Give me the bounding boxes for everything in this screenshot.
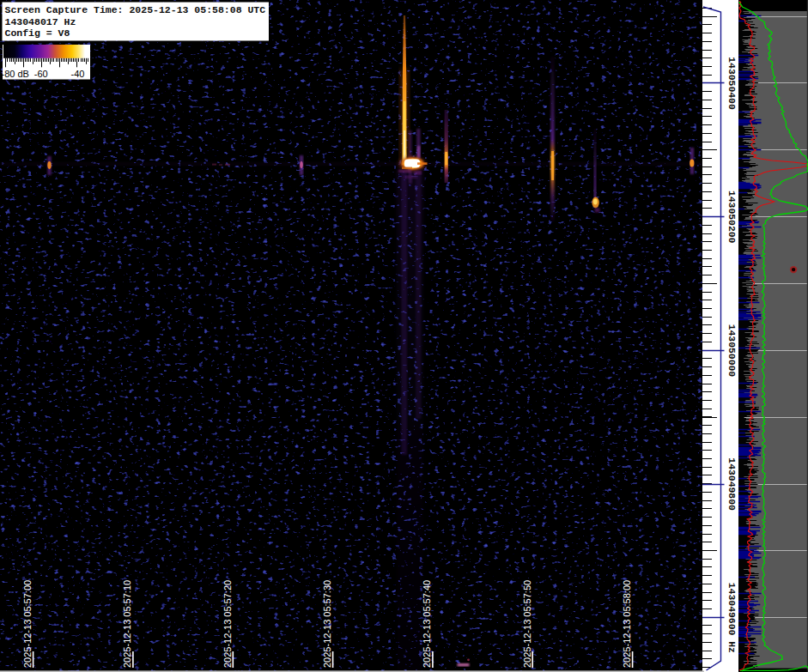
svg-text:143049600 Hz: 143049600 Hz [726, 583, 737, 653]
svg-text:143050200: 143050200 [726, 191, 737, 244]
svg-text:-60: -60 [34, 69, 48, 79]
svg-text:143048017 Hz: 143048017 Hz [5, 16, 76, 27]
svg-text:2025-12-13 05:57:20: 2025-12-13 05:57:20 [222, 580, 233, 668]
svg-text:-40: -40 [71, 69, 85, 79]
svg-text:2025-12-13 05:57:40: 2025-12-13 05:57:40 [422, 580, 432, 668]
svg-text:2025-12-13 05:57:00: 2025-12-13 05:57:00 [22, 580, 33, 668]
svg-text:143049800: 143049800 [726, 457, 737, 511]
svg-text:143050000: 143050000 [726, 324, 737, 378]
svg-text:2025-12-13 05:58:00: 2025-12-13 05:58:00 [622, 580, 632, 668]
svg-text:-80 dB: -80 dB [2, 69, 29, 79]
svg-text:Screen Capture Time: 2025-12-1: Screen Capture Time: 2025-12-13 05:58:08… [5, 4, 266, 15]
svg-text:2025-12-13 05:57:50: 2025-12-13 05:57:50 [522, 580, 532, 668]
svg-text:Config = V8: Config = V8 [5, 27, 70, 39]
svg-text:143050400: 143050400 [726, 57, 737, 110]
svg-text:2025-12-13 05:57:10: 2025-12-13 05:57:10 [122, 580, 132, 668]
svg-text:2025-12-13 05:57:30: 2025-12-13 05:57:30 [322, 580, 332, 668]
